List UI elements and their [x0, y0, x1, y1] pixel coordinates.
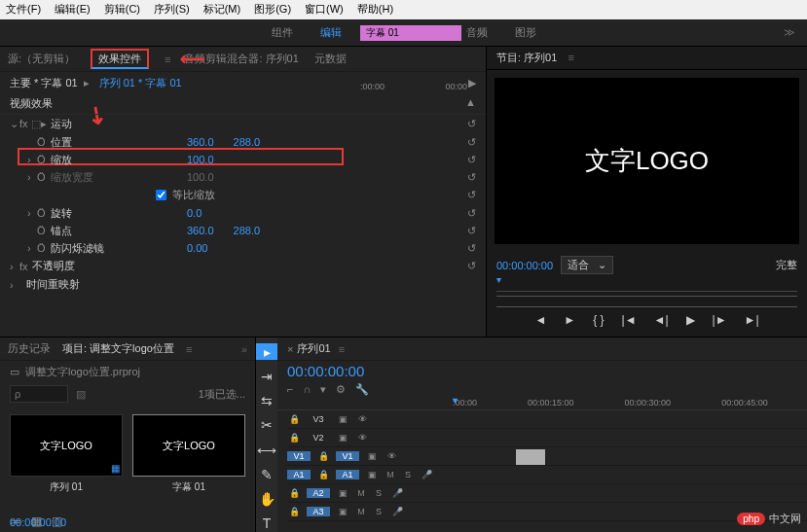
track-a3[interactable]: 🔒A3 ▣MS🎤 — [287, 503, 807, 521]
stopwatch-icon[interactable]: Ö — [37, 207, 51, 219]
toggle-output-icon[interactable]: ▣ — [365, 470, 379, 479]
tab-metadata[interactable]: 元数据 — [314, 52, 347, 66]
snap-icon[interactable]: ⌐ — [287, 383, 293, 396]
search-input[interactable] — [10, 385, 68, 403]
timeline-sequence-tab[interactable]: 序列01 — [297, 341, 330, 356]
panel-menu-icon[interactable]: ≡ — [186, 343, 190, 355]
type-tool[interactable]: T — [256, 515, 277, 532]
marker-icon[interactable]: ▾ — [320, 383, 326, 396]
menu-edit[interactable]: 编辑(E) — [55, 2, 91, 18]
filter-icon[interactable]: ▧ — [76, 388, 86, 401]
lock-icon[interactable]: 🔒 — [287, 507, 301, 516]
subtitle-clip[interactable]: 字幕 01 — [360, 25, 461, 41]
menu-file[interactable]: 文件(F) — [6, 2, 41, 18]
settings-icon[interactable]: ⚙ — [336, 383, 346, 396]
razor-tool[interactable]: ✂ — [256, 417, 277, 434]
lock-icon[interactable]: 🔒 — [287, 488, 301, 498]
timeremap-effect-header[interactable]: › 时间重映射 — [0, 275, 486, 294]
go-to-out-button[interactable]: ►| — [745, 313, 759, 327]
hand-tool[interactable]: ✋ — [256, 491, 277, 508]
play-button[interactable]: ▶ — [686, 313, 695, 327]
pen-tool[interactable]: ✎ — [256, 466, 277, 482]
motion-effect-header[interactable]: ⌄ fx ⬚▸ 运动 ↺ — [0, 115, 486, 133]
timeline-timecode[interactable]: 00:00:00:00 — [287, 363, 364, 379]
toggle-output-icon[interactable]: ▣ — [336, 414, 349, 424]
param-rotation[interactable]: ›Ö 旋转 0.0 ↺ — [0, 204, 486, 222]
track-v3[interactable]: 🔒V3 ▣👁 — [287, 410, 807, 429]
track-v2[interactable]: 🔒V2 ▣👁 — [287, 429, 807, 447]
source-patch-a1[interactable]: A1 — [287, 470, 311, 479]
stopwatch-icon[interactable]: Ö — [37, 242, 51, 254]
ripple-edit-tool[interactable]: ⇆ — [256, 393, 277, 409]
program-timecode[interactable]: 00:00:00:00 — [496, 260, 553, 271]
ws-tab-assembly[interactable]: 组件 — [272, 25, 293, 40]
selection-tool[interactable]: ▸ — [256, 343, 277, 360]
stopwatch-icon[interactable]: Ö — [37, 225, 51, 236]
slip-tool[interactable]: ⟷ — [256, 442, 277, 458]
menu-marker[interactable]: 标记(M) — [203, 2, 241, 18]
step-forward-button[interactable]: |► — [713, 313, 727, 327]
lock-icon[interactable]: 🔒 — [316, 451, 330, 461]
mute-button[interactable]: M — [355, 507, 367, 516]
tab-effect-controls[interactable]: 效果控件 — [91, 49, 149, 69]
menu-sequence[interactable]: 序列(S) — [154, 2, 190, 18]
toggle-output-icon[interactable]: ▣ — [336, 488, 349, 498]
overflow-icon[interactable]: ≫ — [784, 26, 795, 39]
voiceover-icon[interactable]: 🎤 — [390, 488, 404, 498]
add-marker-button[interactable]: { } — [593, 313, 604, 327]
program-scrubber[interactable]: ▾ — [496, 278, 797, 292]
ws-tab-editing[interactable]: 编辑 — [320, 25, 342, 40]
lock-icon[interactable]: 🔒 — [316, 470, 330, 479]
param-anchor[interactable]: Ö 锚点 360.0 288.0 ↺ — [0, 222, 486, 239]
stopwatch-icon[interactable]: Ö — [37, 154, 51, 165]
reset-icon[interactable]: ↺ — [467, 242, 476, 255]
eye-icon[interactable]: 👁 — [385, 451, 398, 461]
project-item-subtitle[interactable]: 文字LOGO 字幕 01 — [132, 414, 245, 494]
toggle-output-icon[interactable]: ▣ — [365, 451, 379, 461]
menu-window[interactable]: 窗口(W) — [305, 2, 344, 18]
solo-button[interactable]: S — [373, 507, 385, 516]
timeline-ruler[interactable]: ▼ :00:00 00:00:15:00 00:00:30:00 00:00:4… — [277, 398, 807, 410]
project-item-sequence[interactable]: 文字LOGO▦ 序列 01 — [10, 414, 123, 494]
mute-button[interactable]: M — [355, 488, 367, 498]
source-patch-v1[interactable]: V1 — [287, 451, 311, 461]
menu-clip[interactable]: 剪辑(C) — [104, 2, 140, 18]
ws-tab-audio[interactable]: 音频 — [466, 25, 488, 40]
uniform-scale-checkbox[interactable] — [156, 190, 166, 200]
reset-icon[interactable]: ↺ — [467, 189, 476, 201]
panel-menu-icon[interactable]: ≡ — [568, 52, 571, 63]
go-to-in-button[interactable]: |◄ — [622, 313, 637, 327]
stopwatch-icon[interactable]: Ö — [37, 136, 51, 148]
toggle-output-icon[interactable]: ▣ — [336, 507, 349, 516]
resolution-dropdown[interactable]: 完整 — [776, 258, 797, 272]
track-select-tool[interactable]: ⇥ — [256, 368, 277, 384]
voiceover-icon[interactable]: 🎤 — [420, 470, 433, 479]
reset-icon[interactable]: ↺ — [467, 207, 476, 220]
opacity-effect-header[interactable]: › fx 不透明度 ↺ — [0, 257, 486, 275]
mark-in-button[interactable]: ◄ — [534, 313, 546, 327]
wrench-icon[interactable]: 🔧 — [355, 383, 369, 396]
track-a1[interactable]: A1🔒A1 ▣MS🎤 — [287, 466, 807, 484]
param-scale[interactable]: ›Ö 缩放 100.0 ↺ — [0, 151, 486, 168]
play-icon[interactable]: ▶ — [468, 77, 476, 89]
param-antiflicker[interactable]: ›Ö 防闪烁滤镜 0.00 ↺ — [0, 239, 486, 257]
lock-icon[interactable]: 🔒 — [287, 433, 301, 443]
toggle-output-icon[interactable]: ▣ — [336, 433, 349, 443]
program-ruler[interactable] — [496, 296, 797, 307]
tab-project[interactable]: 项目: 调整文字logo位置 — [62, 341, 174, 356]
source-timecode[interactable]: 00:00:00:00 — [10, 516, 66, 528]
reset-icon[interactable]: ↺ — [467, 171, 476, 184]
reset-icon[interactable]: ↺ — [467, 136, 476, 149]
param-uniform-scale[interactable]: 等比缩放 ↺ — [0, 186, 486, 204]
eye-icon[interactable]: 👁 — [355, 433, 369, 443]
tab-source[interactable]: 源:（无剪辑） — [8, 52, 75, 66]
mark-out-button[interactable]: ► — [564, 313, 575, 327]
reset-icon[interactable]: ↺ — [467, 225, 476, 237]
mute-button[interactable]: M — [385, 470, 396, 479]
solo-button[interactable]: S — [373, 488, 385, 498]
timeline-clip[interactable] — [516, 449, 545, 465]
linked-selection-icon[interactable]: ∩ — [303, 383, 311, 396]
step-back-button[interactable]: ◄| — [654, 313, 669, 327]
reset-icon[interactable]: ↺ — [467, 260, 476, 272]
track-a2[interactable]: 🔒A2 ▣MS🎤 — [287, 484, 807, 503]
